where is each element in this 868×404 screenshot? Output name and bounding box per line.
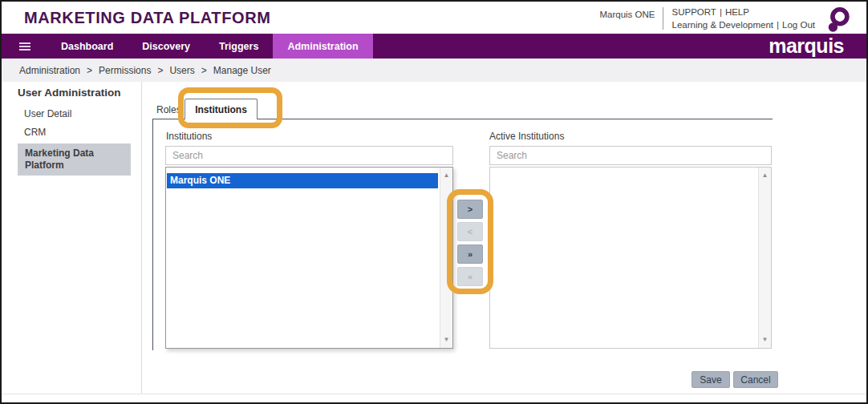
active-institutions-listbox[interactable]: ▲ ▼	[489, 167, 772, 349]
scroll-up-icon[interactable]: ▲	[440, 169, 452, 182]
main-nav: Dashboard Discovery Triggers Administrat…	[2, 34, 866, 59]
sidebar-heading: User Administration	[18, 87, 121, 99]
account-name: Marquis ONE	[599, 10, 655, 19]
breadcrumb-users[interactable]: Users	[169, 65, 194, 76]
scroll-down-icon[interactable]: ▼	[759, 333, 771, 346]
sidebar-divider	[141, 82, 142, 394]
active-institutions-list	[491, 173, 756, 347]
sidebar-item-marketing-data-platform[interactable]: Marketing Data Platform	[18, 143, 131, 176]
marquis-q-logo-icon	[825, 6, 852, 34]
active-institutions-search-input[interactable]	[489, 146, 772, 165]
tab-roles[interactable]: Roles	[156, 104, 181, 115]
active-institutions-label: Active Institutions	[489, 131, 564, 142]
log-out-link[interactable]: Log Out	[782, 20, 815, 30]
move-left-button: <	[457, 222, 483, 241]
breadcrumb-administration[interactable]: Administration	[19, 65, 80, 76]
vertical-divider	[663, 7, 663, 30]
footer-divider	[2, 394, 866, 394]
breadcrumb-separator: >	[201, 65, 207, 76]
utility-links: SUPPORT|HELP Learning & Development|Log …	[671, 6, 815, 31]
header-links: Marquis ONE SUPPORT|HELP Learning & Deve…	[599, 6, 852, 34]
list-item-marquis-one[interactable]: Marquis ONE	[167, 173, 438, 188]
breadcrumb-separator: >	[87, 65, 92, 76]
nav-item-administration[interactable]: Administration	[273, 34, 372, 59]
pipe-separator: |	[777, 20, 779, 30]
scrollbar[interactable]: ▲ ▼	[758, 168, 771, 348]
nav-item-discovery[interactable]: Discovery	[128, 34, 205, 59]
scroll-down-icon[interactable]: ▼	[440, 333, 452, 346]
pipe-separator: |	[720, 7, 722, 17]
page-title: MARKETING DATA PLATFORM	[24, 9, 270, 27]
breadcrumb-manage-user[interactable]: Manage User	[213, 65, 271, 76]
institutions-listbox[interactable]: Marquis ONE ▲ ▼	[165, 167, 453, 349]
marquis-wordmark: marquis	[769, 34, 844, 59]
page: MARKETING DATA PLATFORM Marquis ONE SUPP…	[0, 0, 868, 404]
sidebar-item-crm[interactable]: CRM	[24, 127, 46, 138]
help-link[interactable]: HELP	[725, 7, 749, 17]
institutions-label: Institutions	[166, 131, 212, 142]
cancel-button[interactable]: Cancel	[733, 371, 778, 388]
breadcrumb-separator: >	[157, 65, 163, 76]
sidebar-item-user-detail[interactable]: User Detail	[24, 108, 71, 119]
breadcrumb: Administration > Permissions > Users > M…	[2, 59, 866, 82]
menu-icon[interactable]	[19, 42, 30, 50]
institutions-list: Marquis ONE	[167, 173, 438, 347]
move-right-button[interactable]: >	[457, 200, 483, 219]
transfer-button-group: > < » «	[457, 200, 483, 286]
nav-item-dashboard[interactable]: Dashboard	[47, 34, 128, 59]
move-all-left-button: «	[457, 267, 483, 286]
scrollbar[interactable]: ▲ ▼	[440, 168, 452, 348]
learning-development-link[interactable]: Learning & Development	[671, 20, 773, 30]
nav-item-triggers[interactable]: Triggers	[205, 34, 273, 59]
top-header: MARKETING DATA PLATFORM Marquis ONE SUPP…	[2, 2, 866, 34]
move-all-right-button[interactable]: »	[457, 244, 483, 264]
tab-institutions[interactable]: Institutions	[185, 99, 258, 119]
breadcrumb-permissions[interactable]: Permissions	[99, 65, 151, 76]
institutions-search-input[interactable]	[165, 146, 453, 165]
support-link[interactable]: SUPPORT	[671, 7, 716, 17]
save-button[interactable]: Save	[692, 371, 730, 388]
scroll-up-icon[interactable]: ▲	[759, 169, 771, 182]
